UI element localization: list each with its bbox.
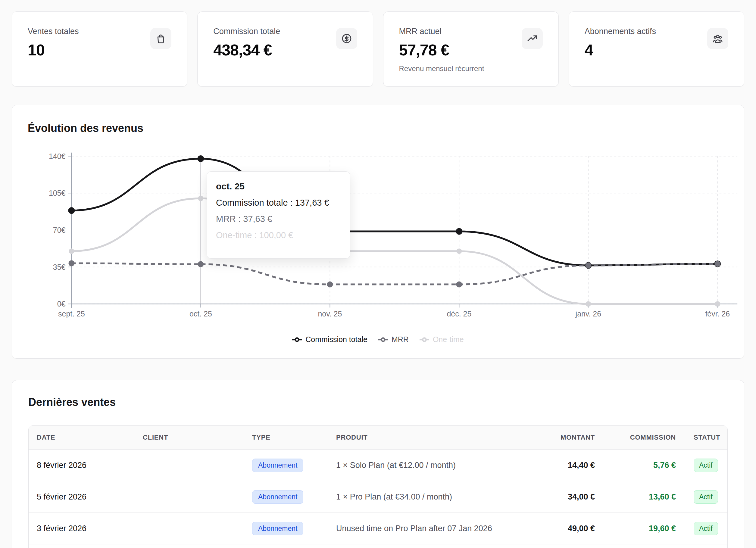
sale-date: 3 février 2026: [29, 524, 135, 533]
sales-table-header: DATECLIENTTYPEPRODUITMONTANTCOMMISSIONST…: [29, 426, 727, 449]
svg-text:janv. 26: janv. 26: [575, 309, 601, 318]
sale-date: 8 février 2026: [29, 461, 135, 470]
column-header-montant: MONTANT: [544, 434, 597, 441]
legend-line-icon: [378, 337, 388, 342]
sale-status: Actif: [678, 459, 727, 472]
legend-line-icon: [420, 337, 429, 342]
stat-value: 4: [585, 41, 656, 59]
chart-tooltip: oct. 25 Commission totale : 137,63 €MRR …: [207, 171, 350, 259]
svg-text:oct. 25: oct. 25: [189, 309, 212, 318]
tooltip-line: One-time : 100,00 €: [216, 230, 341, 240]
tooltip-title: oct. 25: [216, 181, 341, 192]
column-header-produit: PRODUIT: [328, 434, 544, 441]
sale-type-badge: Abonnement: [252, 522, 303, 535]
column-header-date: DATE: [29, 434, 135, 441]
column-header-client: CLIENT: [135, 434, 244, 441]
stat-value: 10: [28, 41, 79, 59]
stat-label: Commission totale: [213, 27, 280, 36]
svg-text:déc. 25: déc. 25: [447, 309, 471, 318]
sale-product: Unused time on Pro Plan after 07 Jan 202…: [328, 524, 544, 533]
stat-card-text: Abonnements actifs 4: [585, 27, 656, 59]
svg-text:sept. 25: sept. 25: [58, 309, 85, 318]
legend-item[interactable]: Commission totale: [292, 335, 367, 344]
sale-status-badge: Actif: [694, 490, 718, 504]
sale-commission: 19,60 €: [597, 524, 678, 533]
legend-item[interactable]: MRR: [378, 335, 409, 344]
tooltip-line: MRR : 37,63 €: [216, 214, 341, 224]
stat-card-total-commission: Commission totale 438,34 €: [197, 11, 373, 87]
sale-type: Abonnement: [244, 522, 328, 535]
legend-label: MRR: [392, 335, 409, 344]
sale-status-badge: Actif: [694, 459, 718, 472]
stat-card-text: MRR actuel 57,78 € Revenu mensuel récurr…: [399, 27, 484, 73]
affiliate-dashboard: Ventes totales 10 Commission totale 438,…: [0, 11, 756, 548]
stat-card-text: Commission totale 438,34 €: [213, 27, 280, 59]
stat-label: Abonnements actifs: [585, 27, 656, 36]
users-icon: [707, 28, 728, 49]
stat-card-text: Ventes totales 10: [28, 27, 79, 59]
revenue-line-chart[interactable]: 0€35€70€105€140€sept. 25oct. 25nov. 25dé…: [12, 105, 744, 358]
chart-legend: Commission totaleMRROne-time: [12, 335, 744, 344]
sale-status: Actif: [678, 522, 727, 535]
sale-status: Actif: [678, 490, 727, 504]
sale-product: 1 × Pro Plan (at €34.00 / month): [328, 492, 544, 502]
column-header-commission: COMMISSION: [597, 434, 678, 441]
sale-type-badge: Abonnement: [252, 490, 303, 504]
sale-amount: 49,00 €: [544, 524, 597, 533]
latest-sales-card: Dernières ventes DATECLIENTTYPEPRODUITMO…: [12, 380, 744, 548]
svg-text:févr. 26: févr. 26: [705, 309, 730, 318]
svg-text:35€: 35€: [53, 263, 66, 271]
column-header-type: TYPE: [244, 434, 328, 441]
legend-label: Commission totale: [305, 335, 367, 344]
stat-card-active-subscriptions: Abonnements actifs 4: [569, 11, 744, 87]
tooltip-lines: Commission totale : 137,63 €MRR : 37,63 …: [216, 198, 341, 240]
revenue-chart-card: Évolution des revenus 0€35€70€105€140€se…: [12, 105, 744, 358]
svg-text:140€: 140€: [49, 152, 66, 161]
stat-value: 438,34 €: [213, 41, 280, 59]
stat-subtext: Revenu mensuel récurrent: [399, 64, 484, 73]
sale-commission: 13,60 €: [597, 492, 678, 502]
legend-item[interactable]: One-time: [420, 335, 464, 344]
dollar-circle-icon: [336, 28, 357, 49]
svg-text:70€: 70€: [53, 226, 66, 234]
table-row[interactable]: 3 février 2026AbonnementUnused time on P…: [29, 513, 727, 544]
sale-type-badge: Abonnement: [252, 459, 303, 472]
stat-card-total-sales: Ventes totales 10: [12, 11, 187, 87]
sale-commission: 5,76 €: [597, 461, 678, 470]
sale-amount: 34,00 €: [544, 492, 597, 502]
table-row[interactable]: 5 février 2026Abonnement1 × Pro Plan (at…: [29, 481, 727, 513]
legend-label: One-time: [433, 335, 464, 344]
sales-table-body: 8 février 2026Abonnement1 × Solo Plan (a…: [29, 449, 727, 544]
sale-product: 1 × Solo Plan (at €12.00 / month): [328, 461, 544, 470]
svg-text:0€: 0€: [57, 299, 66, 308]
sales-title: Dernières ventes: [28, 396, 728, 409]
stat-label: MRR actuel: [399, 27, 484, 36]
sale-type: Abonnement: [244, 490, 328, 504]
sales-table: DATECLIENTTYPEPRODUITMONTANTCOMMISSIONST…: [28, 425, 728, 548]
stat-card-mrr: MRR actuel 57,78 € Revenu mensuel récurr…: [383, 11, 559, 87]
svg-text:105€: 105€: [49, 189, 66, 197]
svg-text:nov. 25: nov. 25: [318, 309, 342, 318]
stat-label: Ventes totales: [28, 27, 79, 36]
table-row[interactable]: 8 février 2026Abonnement1 × Solo Plan (a…: [29, 449, 727, 481]
legend-line-icon: [292, 337, 302, 342]
sale-status-badge: Actif: [694, 522, 718, 535]
stats-row: Ventes totales 10 Commission totale 438,…: [12, 11, 744, 87]
sale-type: Abonnement: [244, 459, 328, 472]
stat-value: 57,78 €: [399, 41, 484, 59]
tooltip-line: Commission totale : 137,63 €: [216, 198, 341, 208]
column-header-statut: STATUT: [678, 434, 727, 441]
shopping-bag-icon: [150, 28, 171, 49]
trending-up-icon: [522, 28, 543, 49]
sale-date: 5 février 2026: [29, 492, 135, 502]
sale-amount: 14,40 €: [544, 461, 597, 470]
